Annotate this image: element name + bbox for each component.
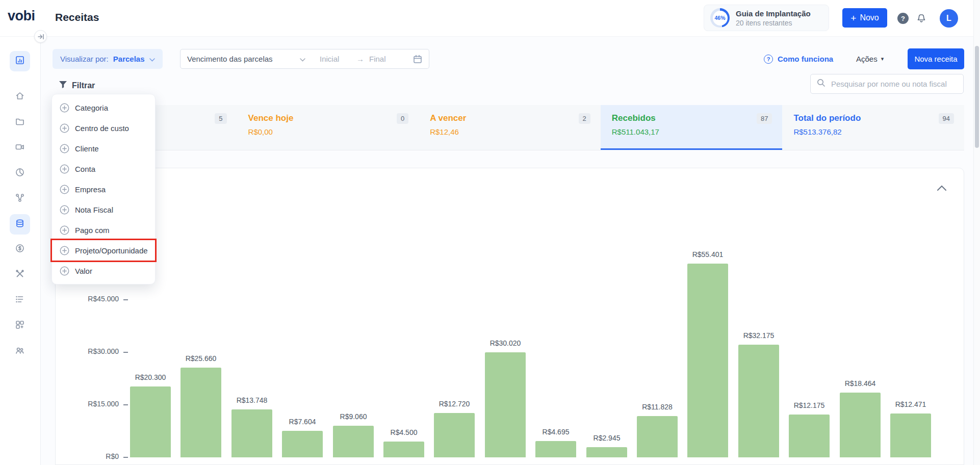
bar-value-label: R$11.828 (622, 403, 693, 411)
filter-item-cliente[interactable]: Cliente (52, 138, 155, 159)
sidebar-item-tasks[interactable] (10, 290, 30, 311)
filter-item-projeto-oportunidade[interactable]: Projeto/Oportunidade (52, 240, 155, 261)
y-axis-tick-label: R$45.000 (56, 295, 119, 303)
actions-dropdown[interactable]: Ações ▾ (856, 49, 884, 69)
search-box[interactable] (810, 74, 964, 94)
bar-value-label: R$13.748 (216, 396, 288, 404)
filter-item-label: Conta (75, 165, 95, 173)
bar (434, 413, 475, 457)
filter-dropdown: CategoriaCentro de custoClienteContaEmpr… (51, 94, 156, 285)
filter-item-empresa[interactable]: Empresa (52, 179, 155, 199)
due-date-select-value: Vencimento das parcelas (187, 55, 273, 63)
novo-button[interactable]: + Novo (842, 8, 887, 28)
scrollbar-thumb[interactable] (975, 46, 979, 148)
card-count-badge: 0 (397, 113, 408, 124)
y-axis-tick-label: R$15.000 (56, 400, 119, 408)
page-title: Receitas (55, 11, 99, 23)
sidebar-item-tools[interactable] (10, 265, 30, 285)
plus-icon: + (850, 13, 856, 23)
sidebar-item-media[interactable] (10, 138, 30, 158)
card-value: R$513.376,82 (793, 127, 953, 136)
filter-item-label: Empresa (75, 185, 106, 194)
card-label: Recebidos (612, 113, 771, 123)
date-start-input[interactable] (319, 54, 352, 64)
bar-value-label: R$30.020 (470, 339, 541, 347)
sidebar-item-dashboard[interactable] (10, 51, 30, 71)
plus-circle-icon (60, 246, 69, 255)
card-count-badge: 87 (757, 113, 772, 124)
status-card-recebidos[interactable]: RecebidosR$511.043,1787 (601, 105, 783, 150)
notifications-bell-icon[interactable] (916, 13, 926, 25)
sidebar-item-home[interactable] (10, 87, 30, 107)
apps-icon (15, 320, 25, 332)
bar-value-label: R$18.464 (824, 379, 896, 387)
dashboard-icon (15, 55, 25, 67)
plus-circle-icon (60, 103, 69, 113)
sidebar-item-finance[interactable] (10, 214, 30, 235)
plus-circle-icon (60, 185, 69, 194)
card-label: A vencer (430, 113, 589, 123)
card-value: R$511.043,17 (612, 127, 771, 136)
filter-item-label: Categoria (75, 104, 108, 112)
bar-value-label: R$4.500 (368, 428, 440, 436)
card-label: Vence hoje (248, 113, 408, 123)
guide-title: Guia de Implantação (736, 9, 811, 18)
filter-item-centro-de-custo[interactable]: Centro de custo (52, 118, 155, 138)
y-axis-tick-label: R$30.000 (56, 347, 119, 355)
topbar: vobi Receitas 46% Guia de Implantação 20… (0, 0, 980, 37)
y-axis-tick-mark (123, 457, 128, 458)
sidebar-item-team[interactable] (10, 341, 30, 361)
sidebar-expand-button[interactable] (34, 30, 47, 43)
sidebar-divider (40, 36, 41, 465)
sidebar-item-workflow[interactable] (10, 189, 30, 209)
sidebar-item-reports[interactable] (10, 163, 30, 184)
view-by-select[interactable]: Visualizar por: Parcelas (53, 49, 163, 69)
nova-receita-button[interactable]: Nova receita (908, 48, 964, 69)
plus-circle-icon (60, 225, 69, 235)
y-axis-tick-mark (123, 404, 128, 405)
funnel-icon (59, 81, 67, 91)
status-card-vence-hoje[interactable]: Vence hojeR$0,000 (237, 105, 419, 150)
card-label: Total do período (793, 113, 953, 123)
chevron-down-icon (300, 55, 305, 63)
search-input[interactable] (830, 79, 957, 89)
y-axis-tick-mark (123, 299, 128, 300)
plus-circle-icon (60, 205, 69, 215)
help-icon[interactable]: ? (897, 13, 909, 24)
card-value: R$0,00 (248, 127, 408, 136)
how-it-works-label: Como funciona (778, 55, 833, 63)
media-icon (15, 142, 25, 154)
bar (687, 264, 728, 457)
bar-value-label: R$55.401 (672, 250, 743, 259)
status-card-a-vencer[interactable]: A vencerR$12,462 (419, 105, 601, 150)
team-icon (15, 345, 25, 357)
user-avatar[interactable]: L (940, 9, 958, 28)
filter-item-conta[interactable]: Conta (52, 159, 155, 179)
bar (535, 441, 576, 457)
tasks-icon (15, 294, 25, 306)
filter-item-categoria[interactable]: Categoria (52, 97, 155, 118)
vobi-logo[interactable]: vobi (8, 8, 35, 24)
reports-icon (15, 167, 25, 179)
sales-icon (15, 243, 25, 255)
bar-value-label: R$2.945 (571, 434, 642, 442)
home-icon (15, 91, 25, 103)
card-count-badge: 5 (215, 113, 226, 124)
onboarding-guide-card[interactable]: 46% Guia de Implantação 20 itens restant… (704, 5, 829, 31)
filter-item-pago-com[interactable]: Pago com (52, 220, 155, 240)
status-card-total-do-periodo[interactable]: Total do períodoR$513.376,8294 (782, 105, 964, 150)
date-range-picker[interactable]: → (312, 49, 429, 69)
filter-item-label: Centro de custo (75, 124, 129, 133)
sidebar-item-projects[interactable] (10, 112, 30, 133)
how-it-works-link[interactable]: ? Como funciona (764, 49, 833, 69)
filter-item-nota-fiscal[interactable]: Nota Fiscal (52, 199, 155, 220)
bar-value-label: R$20.300 (115, 373, 186, 381)
due-date-select[interactable]: Vencimento das parcelas (180, 49, 313, 69)
filter-toggle[interactable]: Filtrar (59, 79, 95, 92)
date-end-input[interactable] (368, 54, 402, 64)
card-value: R$12,46 (430, 127, 589, 136)
sidebar-item-sales[interactable] (10, 239, 30, 260)
sidebar-item-apps[interactable] (10, 316, 30, 336)
filter-item-valor[interactable]: Valor (52, 261, 155, 281)
filter-item-label: Valor (75, 267, 92, 275)
